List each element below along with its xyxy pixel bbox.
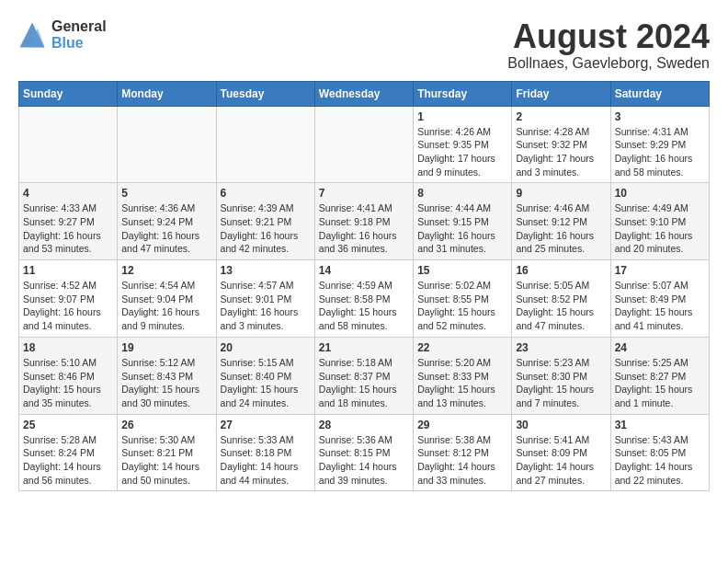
calendar-week-row: 1Sunrise: 4:26 AMSunset: 9:35 PMDaylight… — [19, 106, 710, 183]
day-number: 7 — [319, 187, 409, 200]
calendar-cell: 7Sunrise: 4:41 AMSunset: 9:18 PMDaylight… — [314, 183, 413, 260]
logo: General Blue — [18, 18, 107, 51]
day-number: 5 — [121, 187, 211, 200]
logo-line2: Blue — [51, 35, 107, 52]
day-info: Sunrise: 4:49 AMSunset: 9:10 PMDaylight:… — [615, 201, 705, 256]
day-info: Sunrise: 5:02 AMSunset: 8:55 PMDaylight:… — [417, 279, 507, 333]
calendar-week-row: 18Sunrise: 5:10 AMSunset: 8:46 PMDayligh… — [19, 337, 710, 414]
col-header-monday: Monday — [118, 81, 216, 106]
calendar-cell: 2Sunrise: 4:28 AMSunset: 9:32 PMDaylight… — [512, 106, 610, 183]
day-number: 2 — [516, 110, 606, 123]
day-info: Sunrise: 4:31 AMSunset: 9:29 PMDaylight:… — [615, 125, 705, 179]
day-number: 17 — [615, 264, 705, 277]
day-info: Sunrise: 5:05 AMSunset: 8:52 PMDaylight:… — [516, 279, 606, 333]
calendar-cell: 31Sunrise: 5:43 AMSunset: 8:05 PMDayligh… — [610, 414, 709, 491]
calendar-cell: 16Sunrise: 5:05 AMSunset: 8:52 PMDayligh… — [512, 260, 610, 338]
calendar-cell: 28Sunrise: 5:36 AMSunset: 8:15 PMDayligh… — [314, 414, 413, 491]
day-info: Sunrise: 5:41 AMSunset: 8:09 PMDaylight:… — [516, 433, 606, 488]
day-info: Sunrise: 5:36 AMSunset: 8:15 PMDaylight:… — [319, 433, 409, 488]
day-number: 29 — [417, 419, 507, 431]
calendar-cell: 26Sunrise: 5:30 AMSunset: 8:21 PMDayligh… — [118, 414, 216, 491]
day-number: 15 — [417, 264, 507, 277]
day-number: 11 — [23, 264, 113, 277]
calendar-week-row: 11Sunrise: 4:52 AMSunset: 9:07 PMDayligh… — [19, 260, 710, 338]
day-info: Sunrise: 5:18 AMSunset: 8:37 PMDaylight:… — [319, 356, 409, 410]
day-info: Sunrise: 5:23 AMSunset: 8:30 PMDaylight:… — [516, 356, 606, 410]
col-header-saturday: Saturday — [610, 81, 709, 106]
day-info: Sunrise: 5:43 AMSunset: 8:05 PMDaylight:… — [615, 433, 705, 488]
calendar-cell: 10Sunrise: 4:49 AMSunset: 9:10 PMDayligh… — [610, 183, 709, 260]
day-number: 1 — [417, 110, 507, 123]
day-info: Sunrise: 4:57 AMSunset: 9:01 PMDaylight:… — [221, 279, 311, 333]
day-info: Sunrise: 5:20 AMSunset: 8:33 PMDaylight:… — [417, 356, 507, 410]
day-number: 3 — [615, 110, 705, 123]
calendar-cell: 12Sunrise: 4:54 AMSunset: 9:04 PMDayligh… — [118, 260, 216, 338]
day-number: 13 — [221, 264, 311, 277]
calendar-cell — [118, 106, 216, 183]
calendar-cell: 4Sunrise: 4:33 AMSunset: 9:27 PMDaylight… — [19, 183, 118, 260]
day-info: Sunrise: 4:59 AMSunset: 8:58 PMDaylight:… — [319, 279, 409, 333]
day-number: 6 — [221, 187, 311, 200]
day-number: 9 — [516, 187, 606, 200]
title-area: August 2024 Bollnaes, Gaevleborg, Sweden — [507, 18, 710, 72]
day-number: 22 — [417, 341, 507, 354]
calendar-cell: 29Sunrise: 5:38 AMSunset: 8:12 PMDayligh… — [414, 414, 512, 491]
day-info: Sunrise: 5:28 AMSunset: 8:24 PMDaylight:… — [23, 433, 113, 488]
calendar-cell — [216, 106, 314, 183]
calendar-cell: 11Sunrise: 4:52 AMSunset: 9:07 PMDayligh… — [19, 260, 118, 338]
day-info: Sunrise: 4:39 AMSunset: 9:21 PMDaylight:… — [221, 201, 311, 256]
day-info: Sunrise: 5:33 AMSunset: 8:18 PMDaylight:… — [221, 433, 311, 488]
calendar-cell: 3Sunrise: 4:31 AMSunset: 9:29 PMDaylight… — [610, 106, 709, 183]
day-number: 28 — [319, 419, 409, 431]
day-info: Sunrise: 4:33 AMSunset: 9:27 PMDaylight:… — [23, 201, 113, 256]
calendar-header-row: SundayMondayTuesdayWednesdayThursdayFrid… — [19, 81, 710, 106]
calendar-cell: 13Sunrise: 4:57 AMSunset: 9:01 PMDayligh… — [216, 260, 314, 338]
day-number: 16 — [516, 264, 606, 277]
logo-icon — [18, 21, 46, 49]
day-info: Sunrise: 4:36 AMSunset: 9:24 PMDaylight:… — [121, 201, 211, 256]
calendar-cell — [19, 106, 118, 183]
col-header-wednesday: Wednesday — [314, 81, 413, 106]
day-number: 30 — [516, 419, 606, 431]
day-number: 26 — [121, 419, 211, 431]
calendar-cell: 17Sunrise: 5:07 AMSunset: 8:49 PMDayligh… — [610, 260, 709, 338]
calendar-week-row: 4Sunrise: 4:33 AMSunset: 9:27 PMDaylight… — [19, 183, 710, 260]
day-info: Sunrise: 4:44 AMSunset: 9:15 PMDaylight:… — [417, 201, 507, 256]
calendar-cell — [314, 106, 413, 183]
col-header-tuesday: Tuesday — [216, 81, 314, 106]
page-title: August 2024 — [507, 18, 710, 55]
day-info: Sunrise: 4:52 AMSunset: 9:07 PMDaylight:… — [23, 279, 113, 333]
day-info: Sunrise: 5:25 AMSunset: 8:27 PMDaylight:… — [615, 356, 705, 410]
day-number: 4 — [23, 187, 113, 200]
day-number: 23 — [516, 341, 606, 354]
day-info: Sunrise: 4:28 AMSunset: 9:32 PMDaylight:… — [516, 125, 606, 179]
calendar-cell: 14Sunrise: 4:59 AMSunset: 8:58 PMDayligh… — [314, 260, 413, 338]
day-number: 12 — [121, 264, 211, 277]
day-number: 8 — [417, 187, 507, 200]
calendar-cell: 6Sunrise: 4:39 AMSunset: 9:21 PMDaylight… — [216, 183, 314, 260]
calendar-cell: 27Sunrise: 5:33 AMSunset: 8:18 PMDayligh… — [216, 414, 314, 491]
logo-line1: General — [51, 18, 107, 35]
day-number: 21 — [319, 341, 409, 354]
calendar-cell: 30Sunrise: 5:41 AMSunset: 8:09 PMDayligh… — [512, 414, 610, 491]
logo-text: General Blue — [51, 18, 107, 51]
day-number: 18 — [23, 341, 113, 354]
calendar-cell: 19Sunrise: 5:12 AMSunset: 8:43 PMDayligh… — [118, 337, 216, 414]
day-info: Sunrise: 5:30 AMSunset: 8:21 PMDaylight:… — [121, 433, 211, 488]
day-info: Sunrise: 5:12 AMSunset: 8:43 PMDaylight:… — [121, 356, 211, 410]
calendar-cell: 8Sunrise: 4:44 AMSunset: 9:15 PMDaylight… — [414, 183, 512, 260]
calendar-cell: 21Sunrise: 5:18 AMSunset: 8:37 PMDayligh… — [314, 337, 413, 414]
calendar-cell: 5Sunrise: 4:36 AMSunset: 9:24 PMDaylight… — [118, 183, 216, 260]
day-number: 24 — [615, 341, 705, 354]
day-number: 27 — [221, 419, 311, 431]
calendar-cell: 18Sunrise: 5:10 AMSunset: 8:46 PMDayligh… — [19, 337, 118, 414]
day-number: 19 — [121, 341, 211, 354]
day-info: Sunrise: 4:41 AMSunset: 9:18 PMDaylight:… — [319, 201, 409, 256]
day-number: 14 — [319, 264, 409, 277]
header: General Blue August 2024 Bollnaes, Gaevl… — [18, 18, 710, 72]
day-number: 31 — [615, 419, 705, 431]
day-info: Sunrise: 5:10 AMSunset: 8:46 PMDaylight:… — [23, 356, 113, 410]
calendar: SundayMondayTuesdayWednesdayThursdayFrid… — [18, 81, 710, 492]
day-info: Sunrise: 4:46 AMSunset: 9:12 PMDaylight:… — [516, 201, 606, 256]
col-header-sunday: Sunday — [19, 81, 118, 106]
